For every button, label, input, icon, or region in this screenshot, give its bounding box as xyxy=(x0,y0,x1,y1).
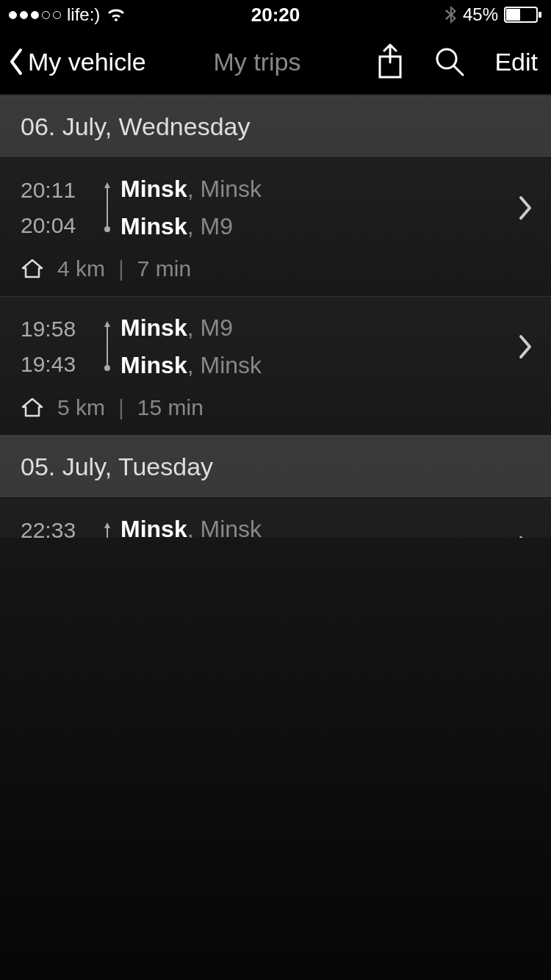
svg-point-6 xyxy=(104,365,110,371)
carrier-label: life:) xyxy=(67,4,100,25)
status-bar: life:) 20:20 45% xyxy=(0,0,551,29)
trips-list[interactable]: 06. July, Wednesday 20:11 20:04 Minsk, M… xyxy=(0,96,551,538)
page-title: My trips xyxy=(139,48,376,76)
trip-end-time: 22:33 xyxy=(21,518,94,538)
trip-end-time: 20:11 xyxy=(21,178,94,203)
trip-end-time: 19:58 xyxy=(21,317,94,342)
route-line-icon xyxy=(94,320,120,374)
trip-start-location: Minsk, M9 xyxy=(120,213,514,240)
navbar: My vehicle My trips Edit xyxy=(0,29,551,96)
svg-rect-2 xyxy=(539,12,541,18)
share-button[interactable] xyxy=(375,43,405,80)
trip-start-location: Minsk, Minsk xyxy=(120,352,514,379)
battery-icon xyxy=(504,7,542,23)
separator: | xyxy=(118,256,124,281)
battery-percent-label: 45% xyxy=(463,4,498,25)
home-icon xyxy=(21,397,44,419)
trip-distance: 4 km xyxy=(57,256,105,281)
trip-duration: 15 min xyxy=(137,395,204,420)
edit-button[interactable]: Edit xyxy=(494,48,538,76)
chevron-right-icon xyxy=(514,334,536,359)
route-line-icon xyxy=(94,181,120,235)
trip-end-location: Minsk, Minsk xyxy=(120,516,514,538)
date-section-header: 06. July, Wednesday xyxy=(0,96,551,158)
trip-start-time: 19:43 xyxy=(21,352,94,377)
date-section-header: 05. July, Tuesday xyxy=(0,436,551,498)
separator: | xyxy=(118,395,124,420)
back-button[interactable]: My vehicle xyxy=(7,47,146,76)
trip-distance: 5 km xyxy=(57,395,105,420)
trip-duration: 7 min xyxy=(137,256,191,281)
trip-start-time: 20:04 xyxy=(21,213,94,238)
trip-row[interactable]: 22:33 22:27 Minsk, Minsk Minsk, Minsk xyxy=(0,498,551,538)
chevron-left-icon xyxy=(7,47,24,76)
trip-end-location: Minsk, Minsk xyxy=(120,176,514,203)
svg-rect-1 xyxy=(506,9,520,21)
search-button[interactable] xyxy=(434,46,465,77)
back-label: My vehicle xyxy=(28,48,146,76)
home-icon xyxy=(21,258,44,280)
signal-strength-icon xyxy=(9,11,61,19)
svg-point-5 xyxy=(104,226,110,232)
chevron-right-icon xyxy=(514,195,536,220)
route-line-icon xyxy=(94,521,120,538)
trip-row[interactable]: 20:11 20:04 Minsk, Minsk Minsk, M9 xyxy=(0,158,551,297)
trip-row[interactable]: 19:58 19:43 Minsk, M9 Minsk, Minsk xyxy=(0,297,551,436)
wifi-icon xyxy=(106,7,126,23)
trip-end-location: Minsk, M9 xyxy=(120,314,514,342)
bluetooth-icon xyxy=(445,5,457,24)
clock-label: 20:20 xyxy=(251,4,300,26)
